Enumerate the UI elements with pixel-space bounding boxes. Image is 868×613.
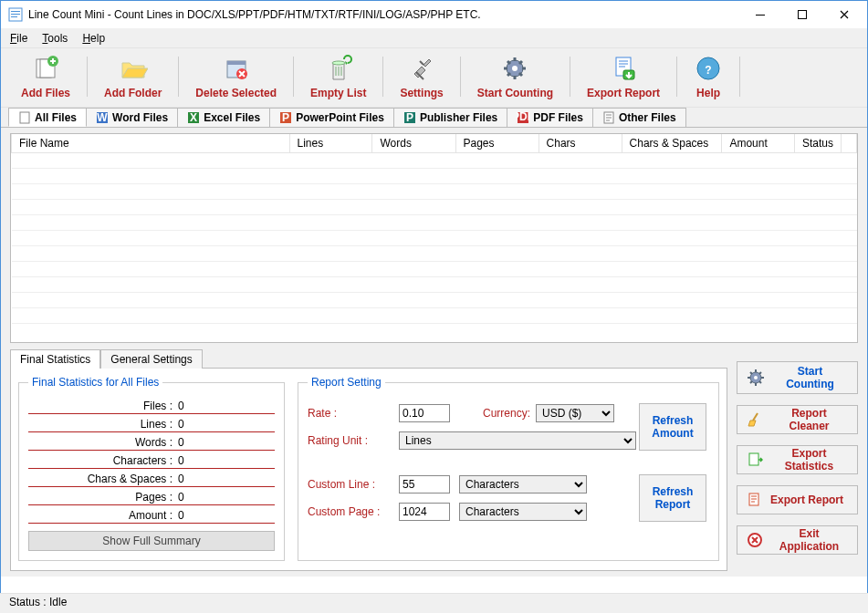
- export-report-button[interactable]: Export Report: [576, 52, 671, 101]
- empty-list-button[interactable]: Empty List: [299, 52, 377, 101]
- app-icon: [8, 7, 23, 22]
- col-lines[interactable]: Lines: [289, 134, 372, 153]
- export-report-action[interactable]: Export Report: [737, 485, 858, 514]
- rating-unit-select[interactable]: Lines: [399, 431, 636, 450]
- start-counting-action[interactable]: Start Counting: [737, 361, 858, 394]
- refresh-amount-button[interactable]: Refresh Amount: [639, 403, 706, 451]
- tab-publisher-files[interactable]: PPublisher Files: [393, 108, 507, 127]
- report-cleaner-action[interactable]: Report Cleaner: [737, 405, 858, 434]
- words-label: Words :: [32, 436, 178, 449]
- help-button[interactable]: ? Help: [683, 52, 734, 101]
- pages-value: 0: [178, 491, 184, 504]
- export-report-icon: [609, 54, 638, 83]
- tab-general-settings[interactable]: General Settings: [100, 349, 202, 369]
- custom-line-input[interactable]: [399, 475, 450, 494]
- help-icon: ?: [694, 54, 723, 83]
- svg-rect-2: [11, 14, 20, 15]
- menu-file[interactable]: File: [10, 32, 27, 45]
- rating-unit-label: Rating Unit :: [308, 434, 399, 447]
- excel-icon: X: [187, 111, 200, 124]
- add-files-icon: [31, 54, 60, 83]
- gear-icon: [500, 54, 529, 83]
- status-bar: Status : Idle: [0, 593, 868, 613]
- col-pages[interactable]: Pages: [455, 134, 539, 153]
- lines-value: 0: [178, 418, 184, 431]
- files-value: 0: [178, 400, 184, 412]
- tab-excel-files[interactable]: XExcel Files: [177, 108, 270, 127]
- broom-icon: [747, 411, 763, 428]
- delete-selected-button[interactable]: Delete Selected: [184, 52, 288, 101]
- delete-selected-label: Delete Selected: [195, 87, 277, 99]
- file-table[interactable]: File Name Lines Words Pages Chars Chars …: [10, 133, 858, 343]
- action-panel: Start Counting Report Cleaner Export Sta…: [737, 348, 858, 571]
- custom-line-unit-select[interactable]: Characters: [459, 475, 587, 494]
- export-statistics-action[interactable]: Export Statistics: [737, 445, 858, 474]
- add-files-button[interactable]: Add Files: [10, 52, 81, 101]
- svg-text:?: ?: [705, 64, 711, 77]
- svg-rect-19: [20, 112, 29, 123]
- rate-label: Rate :: [308, 407, 399, 420]
- words-value: 0: [178, 436, 184, 449]
- status-text: Status : Idle: [9, 596, 67, 608]
- svg-text:P: P: [406, 111, 413, 124]
- refresh-report-button[interactable]: Refresh Report: [639, 474, 706, 522]
- svg-point-14: [512, 66, 518, 71]
- settings-button[interactable]: Settings: [389, 52, 454, 101]
- col-words[interactable]: Words: [372, 134, 455, 153]
- add-folder-icon: [119, 54, 148, 83]
- custom-page-unit-select[interactable]: Characters: [459, 503, 587, 521]
- stats-legend: Final Statistics for All Files: [28, 376, 162, 389]
- custom-page-input[interactable]: [399, 503, 450, 521]
- custom-line-label: Custom Line :: [308, 478, 399, 491]
- doc-icon: [18, 111, 31, 124]
- characters-label: Characters :: [32, 454, 178, 467]
- amount-value: 0: [178, 509, 184, 522]
- pages-label: Pages :: [32, 491, 178, 504]
- export-report-label: Export Report: [587, 87, 660, 99]
- add-files-label: Add Files: [21, 87, 70, 99]
- word-icon: W: [96, 111, 109, 124]
- col-amount[interactable]: Amount: [722, 134, 795, 153]
- file-type-tabs: All Files WWord Files XExcel Files PPowe…: [1, 108, 867, 128]
- powerpoint-icon: P: [279, 111, 292, 124]
- tab-powerpoint-files[interactable]: PPowerPoint Files: [269, 108, 394, 127]
- col-file-name[interactable]: File Name: [12, 134, 290, 153]
- tab-word-files[interactable]: WWord Files: [86, 108, 178, 127]
- report-setting-group: Report Setting Rate : Currency: USD ($) …: [298, 376, 719, 561]
- close-button[interactable]: [823, 2, 865, 27]
- col-status[interactable]: Status: [794, 134, 841, 153]
- col-chars-spaces[interactable]: Chars & Spaces: [622, 134, 722, 153]
- currency-label: Currency:: [459, 407, 536, 420]
- svg-rect-1: [11, 11, 20, 12]
- start-counting-button[interactable]: Start Counting: [466, 52, 564, 101]
- tab-other-files[interactable]: Other Files: [592, 108, 686, 127]
- delete-selected-icon: [222, 54, 251, 83]
- svg-text:PDF: PDF: [517, 111, 529, 123]
- tab-all-files[interactable]: All Files: [8, 108, 87, 127]
- publisher-icon: P: [403, 111, 416, 124]
- empty-list-label: Empty List: [310, 87, 366, 99]
- start-counting-label: Start Counting: [477, 87, 553, 99]
- col-chars[interactable]: Chars: [539, 134, 622, 153]
- rate-input[interactable]: [399, 404, 450, 422]
- minimize-button[interactable]: [739, 2, 781, 27]
- show-full-summary-button[interactable]: Show Full Summary: [28, 531, 275, 551]
- custom-page-label: Custom Page :: [308, 505, 399, 518]
- empty-list-icon: [324, 54, 353, 83]
- add-folder-button[interactable]: Add Folder: [93, 52, 173, 101]
- svg-text:X: X: [190, 111, 197, 124]
- svg-rect-4: [756, 15, 765, 16]
- svg-rect-3: [11, 16, 17, 17]
- title-bar: Line Count Mini - Count Lines in DOC/XLS…: [1, 1, 867, 28]
- toolbar: Add Files Add Folder Delete Selected Emp…: [1, 48, 867, 108]
- help-label: Help: [696, 87, 720, 99]
- menu-help[interactable]: Help: [82, 32, 105, 45]
- tab-pdf-files[interactable]: PDFPDF Files: [507, 108, 593, 127]
- exit-application-action[interactable]: Exit Application: [737, 525, 858, 555]
- add-folder-label: Add Folder: [104, 87, 162, 99]
- currency-select[interactable]: USD ($): [536, 404, 614, 422]
- maximize-button[interactable]: [781, 2, 823, 27]
- tab-final-statistics[interactable]: Final Statistics: [10, 349, 100, 369]
- menu-tools[interactable]: Tools: [42, 32, 68, 45]
- files-label: Files :: [32, 400, 178, 412]
